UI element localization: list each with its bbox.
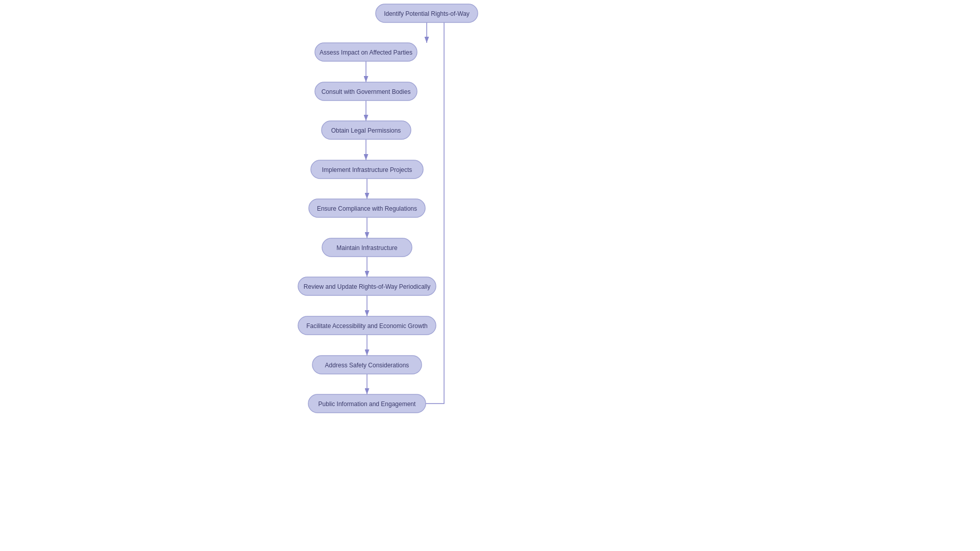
node-label-1: Identify Potential Rights-of-Way xyxy=(384,10,470,17)
node-label-4: Obtain Legal Permissions xyxy=(331,127,401,134)
node-label-10: Address Safety Considerations xyxy=(325,362,409,369)
node-label-11: Public Information and Engagement xyxy=(318,400,416,408)
flow-diagram-svg: Identify Potential Rights-of-Way Assess … xyxy=(0,0,980,551)
node-label-8: Review and Update Rights-of-Way Periodic… xyxy=(304,283,430,290)
node-label-5: Implement Infrastructure Projects xyxy=(322,166,412,173)
node-label-3: Consult with Government Bodies xyxy=(322,88,411,95)
node-label-6: Ensure Compliance with Regulations xyxy=(317,205,417,212)
diagram-container: Identify Potential Rights-of-Way Assess … xyxy=(0,0,980,551)
node-label-2: Assess Impact on Affected Parties xyxy=(320,49,412,56)
node-label-7: Maintain Infrastructure xyxy=(336,244,398,252)
node-label-9: Facilitate Accessibility and Economic Gr… xyxy=(306,322,427,330)
